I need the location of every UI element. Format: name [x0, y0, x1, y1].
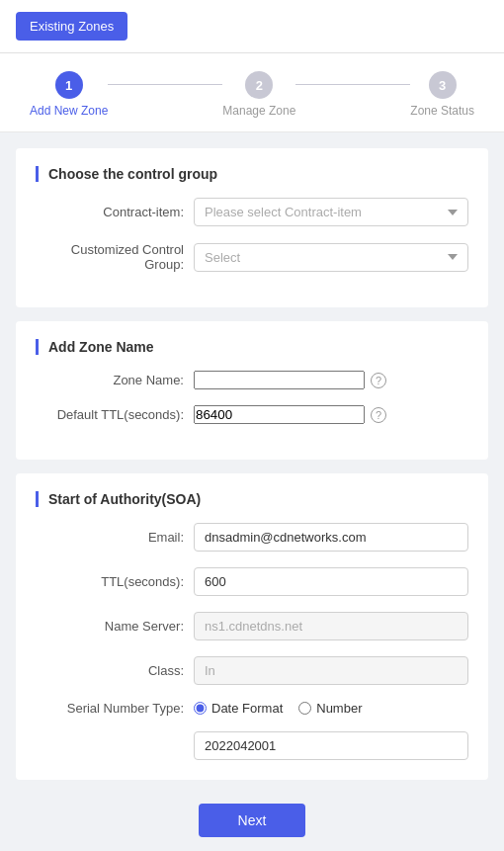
default-ttl-label: Default TTL(seconds): [36, 407, 194, 422]
radio-number-input[interactable] [298, 702, 311, 715]
ttl-input[interactable] [194, 567, 468, 596]
serial-number-radio-group: Date Format Number [194, 701, 468, 716]
customized-group-select[interactable]: Select [194, 243, 468, 272]
name-server-row: Name Server: [36, 612, 468, 640]
step-3-label: Zone Status [410, 104, 474, 118]
radio-number-label: Number [316, 701, 362, 716]
control-group-title: Choose the control group [36, 166, 468, 182]
customized-group-label: Customized Control Group: [36, 242, 194, 272]
step-1: 1 Add New Zone [30, 71, 108, 118]
step-line-2 [295, 84, 410, 85]
name-server-control [194, 612, 468, 640]
email-label: Email: [36, 530, 194, 545]
step-2: 2 Manage Zone [222, 71, 295, 118]
name-server-label: Name Server: [36, 619, 194, 634]
existing-zones-button[interactable]: Existing Zones [16, 12, 127, 41]
step-1-label: Add New Zone [30, 104, 108, 118]
step-3-circle: 3 [429, 71, 457, 99]
email-row: Email: [36, 523, 468, 552]
default-ttl-row: Default TTL(seconds): ? [36, 405, 468, 424]
main-content: Choose the control group Contract-item: … [0, 132, 504, 851]
serial-number-type-control: Date Format Number [194, 701, 468, 716]
step-2-label: Manage Zone [222, 104, 295, 118]
next-button[interactable]: Next [199, 804, 306, 837]
serial-number-type-label: Serial Number Type: [36, 701, 194, 716]
zone-name-control: ? [194, 371, 468, 389]
class-row: Class: [36, 656, 468, 685]
soa-title: Start of Authority(SOA) [36, 491, 468, 507]
zone-name-help-icon[interactable]: ? [371, 373, 386, 388]
step-line-1 [108, 84, 222, 85]
step-2-circle: 2 [245, 71, 273, 99]
ttl-row: TTL(seconds): [36, 567, 468, 596]
radio-date-format-label: Date Format [211, 701, 283, 716]
class-label: Class: [36, 663, 194, 678]
radio-date-format[interactable]: Date Format [194, 701, 283, 716]
contract-item-select[interactable]: Please select Contract-item [194, 198, 468, 226]
class-control [194, 656, 468, 685]
soa-section: Start of Authority(SOA) Email: TTL(secon… [16, 473, 488, 780]
step-1-circle: 1 [55, 71, 83, 99]
add-zone-name-title: Add Zone Name [36, 339, 468, 355]
class-input [194, 656, 468, 685]
zone-name-label: Zone Name: [36, 373, 194, 387]
serial-number-value-row [36, 731, 468, 760]
customized-group-row: Customized Control Group: Select [36, 242, 468, 272]
contract-item-row: Contract-item: Please select Contract-it… [36, 198, 468, 226]
ttl-control [194, 567, 468, 596]
zone-name-row: Zone Name: ? [36, 371, 468, 389]
email-control [194, 523, 468, 552]
default-ttl-control: ? [194, 405, 468, 424]
zone-name-input[interactable] [194, 371, 365, 389]
stepper: 1 Add New Zone 2 Manage Zone 3 Zone Stat… [0, 53, 504, 132]
control-group-section: Choose the control group Contract-item: … [16, 148, 488, 307]
customized-group-control: Select [194, 243, 468, 272]
contract-item-control: Please select Contract-item [194, 198, 468, 226]
email-input[interactable] [194, 523, 468, 552]
add-zone-name-section: Add Zone Name Zone Name: ? Default TTL(s… [16, 321, 488, 460]
name-server-input [194, 612, 468, 640]
step-3: 3 Zone Status [410, 71, 474, 118]
serial-number-value-input[interactable] [194, 731, 468, 760]
top-bar: Existing Zones [0, 0, 504, 53]
radio-date-format-input[interactable] [194, 702, 207, 715]
default-ttl-input[interactable] [194, 405, 365, 424]
contract-item-label: Contract-item: [36, 205, 194, 219]
serial-number-type-row: Serial Number Type: Date Format Number [36, 701, 468, 716]
default-ttl-help-icon[interactable]: ? [371, 407, 386, 423]
next-button-row: Next [16, 794, 488, 851]
radio-number[interactable]: Number [298, 701, 362, 716]
ttl-label: TTL(seconds): [36, 574, 194, 589]
